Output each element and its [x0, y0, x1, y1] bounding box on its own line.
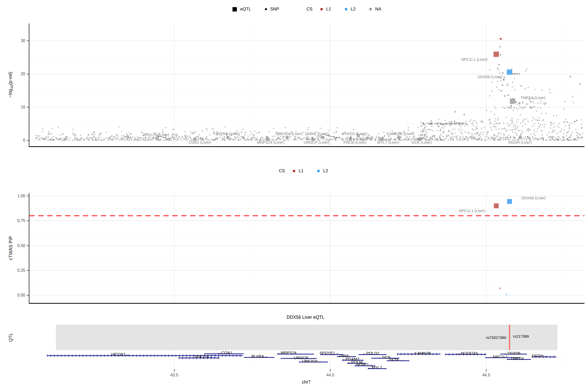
snp-point [570, 76, 571, 77]
snp-point [495, 118, 496, 119]
snp-point [446, 136, 447, 137]
snp-point [192, 133, 194, 134]
snp-point [576, 135, 578, 136]
snp-point [539, 120, 541, 121]
snp-point [534, 131, 535, 132]
snp-point [202, 130, 203, 132]
snp-point [474, 136, 476, 138]
snp-point [420, 134, 421, 136]
snp-point [504, 108, 506, 109]
gene-track-label-ddx56: ←DDX56 [504, 351, 520, 356]
grid-major-v [174, 350, 175, 368]
snp-point [424, 127, 426, 128]
snp-point [512, 120, 513, 121]
snp-point [296, 139, 297, 140]
snp-point [56, 138, 57, 140]
pip-y-axis-title: cTWAS PIP [8, 236, 14, 260]
pip-dot-l1 [499, 287, 501, 289]
snp-point [532, 117, 533, 118]
y-tick-label: 0.50 [17, 243, 25, 248]
snp-point [530, 134, 532, 135]
snp-point [504, 77, 505, 78]
snp-point [513, 73, 515, 75]
snp-point [515, 127, 516, 129]
y-tick [27, 270, 29, 271]
snp-point [288, 139, 289, 140]
snp-point [513, 126, 514, 127]
qtl-marker-line [509, 325, 510, 350]
snp-point [544, 124, 545, 125]
snp-point [48, 136, 49, 137]
snp-point [241, 132, 242, 133]
snp-point [507, 123, 509, 124]
snp-point [376, 138, 377, 139]
snp-point [461, 123, 462, 124]
snp-dot-icon [265, 8, 267, 10]
snp-point [58, 139, 59, 140]
y-tick-label: 20 [21, 72, 25, 76]
snp-point [129, 132, 130, 134]
snp-point [462, 136, 464, 137]
pip-label-npc1l1: NPC1L1 (Liver) [459, 209, 485, 213]
snp-point [47, 138, 49, 139]
snp-point [513, 124, 514, 125]
manhattan-y-axis-title: −log10(p-val) [8, 72, 14, 98]
snp-point [418, 127, 419, 128]
snp-point [456, 136, 457, 138]
snp-point [75, 134, 76, 136]
snp-point [504, 134, 505, 136]
snp-point [80, 135, 81, 136]
cs-l2-swatch [317, 170, 320, 172]
snp-point [39, 135, 40, 137]
gene-track-label-blvra: BLVRA→ [251, 354, 268, 359]
snp-point [300, 138, 301, 139]
snp-point [538, 123, 539, 124]
legend-item-l2-mid: L2 [317, 168, 328, 174]
snp-point [505, 131, 507, 132]
snp-point [162, 129, 163, 130]
snp-point [534, 138, 536, 139]
snp-point [528, 138, 529, 139]
snp-point [563, 130, 565, 131]
grid-minor-v [564, 193, 564, 303]
snp-point [486, 134, 488, 135]
snp-point [549, 92, 551, 93]
snp-point [142, 132, 143, 133]
snp-point [564, 121, 565, 123]
snp-point [507, 84, 509, 86]
snp-point [308, 137, 310, 138]
snp-point [454, 129, 456, 130]
gene-label-urgcp: URGCP (Liver) [304, 140, 329, 144]
snp-point [491, 129, 493, 131]
snp-point [517, 135, 518, 136]
snp-point [454, 111, 456, 113]
gene-track-label-ykt6: YKT6→ [389, 358, 402, 362]
snp-point [409, 136, 410, 138]
snp-point [534, 118, 535, 120]
snp-point [167, 139, 168, 140]
snp-point [552, 136, 554, 137]
grid-minor-v [252, 23, 252, 146]
eqtl-square-icon [232, 7, 237, 11]
snp-point [528, 128, 529, 129]
snp-point [307, 129, 309, 130]
snp-point [567, 132, 568, 133]
snp-point [536, 110, 537, 112]
snp-point [175, 135, 176, 136]
snp-point [259, 132, 260, 133]
snp-point [498, 70, 499, 71]
snp-point [464, 125, 465, 127]
snp-point [581, 124, 582, 125]
snp-point [92, 133, 93, 134]
snp-point [481, 139, 482, 141]
snp-point [558, 123, 560, 124]
snp-point [238, 140, 239, 141]
snp-point [538, 117, 540, 118]
snp-point [457, 135, 458, 137]
gene-label-mrps24: MRPS24 (Liver) [257, 140, 284, 144]
x-axis-title: chr7 [302, 379, 311, 385]
snp-point [451, 121, 452, 122]
grid-major-h [29, 74, 584, 74]
snp-point [144, 138, 146, 139]
snp-point [503, 139, 504, 140]
